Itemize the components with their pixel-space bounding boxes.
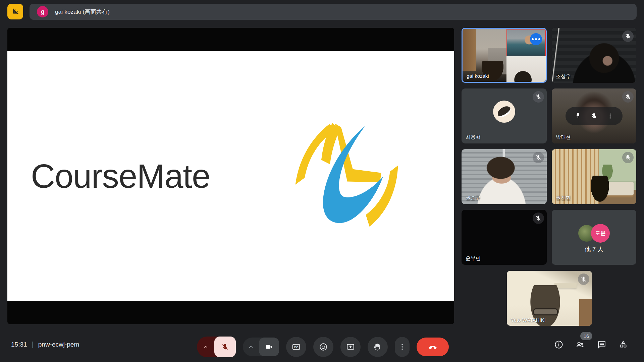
- shared-screen-stage: CourseMate: [7, 28, 454, 324]
- clock-time: 15:31: [11, 341, 27, 348]
- slide-title: CourseMate: [31, 157, 210, 195]
- gai-person: [476, 61, 509, 83]
- presentation-slide: CourseMate: [7, 51, 454, 301]
- presenter-label: gai kozaki (画面共有): [55, 8, 110, 16]
- people-panel-button[interactable]: [576, 340, 585, 349]
- gai-wardrobe: [463, 29, 476, 71]
- participant-name: 조상우: [556, 73, 571, 80]
- presenter-banner[interactable]: g gai kozaki (画面共有): [30, 4, 637, 20]
- gai-secondary-video: [506, 56, 546, 82]
- participant-tile-kwon-s[interactable]: 권순규: [462, 149, 547, 204]
- participant-name: 윤부민: [466, 255, 481, 262]
- participant-name: 최용혁: [466, 134, 481, 140]
- yuto-door: [579, 299, 592, 326]
- more-options-button[interactable]: [395, 337, 410, 357]
- participant-name: 권진현: [556, 195, 571, 201]
- yuto-glasses: [533, 308, 558, 315]
- cookie-avatar-image: [496, 104, 512, 119]
- mute-button[interactable]: [590, 112, 598, 120]
- participant-name: 권순규: [466, 195, 481, 201]
- side-panel-buttons: 16: [554, 340, 628, 349]
- tile-more-options-button[interactable]: [606, 112, 614, 120]
- meeting-meta: 15:31 | pnw-ecwj-pem: [11, 341, 79, 348]
- captions-button[interactable]: CC: [286, 337, 306, 357]
- brand-chip: [7, 4, 23, 19]
- mic-off-icon: [622, 152, 634, 163]
- avatar: [493, 101, 515, 123]
- meet-window: g gai kozaki (画面共有) CourseMate: [0, 0, 644, 362]
- chat-panel-button[interactable]: [597, 340, 606, 349]
- end-call-button[interactable]: [417, 338, 449, 356]
- mic-off-icon: [533, 152, 544, 163]
- mic-off-icon: [622, 91, 634, 103]
- reactions-button[interactable]: [313, 337, 333, 357]
- top-bar: g gai kozaki (画面共有): [0, 0, 644, 23]
- mic-off-icon: [533, 213, 544, 224]
- no-buildings-icon: [11, 7, 20, 17]
- camera-options-chevron-icon[interactable]: [243, 344, 259, 350]
- svg-text:CC: CC: [294, 346, 299, 349]
- raise-hand-button[interactable]: [368, 337, 388, 357]
- participant-tile-yuto[interactable]: Yuto WATAHIKI: [507, 271, 592, 326]
- meta-divider: |: [32, 341, 34, 348]
- avatar: 도윤: [591, 224, 610, 243]
- overflow-participants-tile[interactable]: 도윤 他 7 人: [552, 210, 636, 265]
- kwon-j-person: [586, 176, 613, 204]
- camera-icon: [259, 338, 279, 356]
- tile-hover-controls: [566, 107, 623, 125]
- participant-name: 박태현: [556, 134, 571, 140]
- participant-name: Yuto WATAHIKI: [511, 317, 546, 323]
- mic-off-icon: [533, 91, 544, 103]
- coursemate-logo-icon: [290, 119, 407, 233]
- bottom-bar: 15:31 | pnw-ecwj-pem: [0, 335, 644, 362]
- mic-toggle-button[interactable]: [197, 337, 236, 357]
- overflow-count-label: 他 7 人: [552, 245, 636, 253]
- mic-options-chevron-icon[interactable]: [197, 344, 214, 350]
- overflow-avatars: 도윤: [578, 224, 610, 243]
- participant-tile-choi[interactable]: 최용혁: [462, 88, 547, 143]
- participant-name: gai kozaki: [467, 73, 489, 79]
- meeting-code: pnw-ecwj-pem: [38, 341, 79, 348]
- presenter-avatar: g: [37, 6, 48, 17]
- meeting-details-button[interactable]: [554, 340, 564, 349]
- pin-button[interactable]: [574, 112, 582, 120]
- participant-tile-jo[interactable]: 조상우: [552, 28, 636, 83]
- participant-tile-park[interactable]: 박태현: [552, 88, 636, 143]
- tile-more-options-button[interactable]: [530, 33, 542, 45]
- present-screen-button[interactable]: [340, 337, 361, 357]
- participant-tile-kwon-j[interactable]: 권진현: [552, 149, 636, 204]
- participant-tile-yoon[interactable]: 윤부민: [462, 210, 547, 265]
- activities-panel-button[interactable]: [619, 340, 628, 349]
- participant-tile-gai-kozaki[interactable]: gai kozaki: [462, 28, 547, 83]
- call-controls: CC: [197, 335, 449, 359]
- mic-off-icon: [578, 274, 589, 285]
- camera-toggle-button[interactable]: [243, 338, 279, 356]
- mic-off-icon: [214, 337, 236, 357]
- mic-off-icon: [622, 31, 634, 42]
- participant-count-badge: 16: [580, 332, 592, 340]
